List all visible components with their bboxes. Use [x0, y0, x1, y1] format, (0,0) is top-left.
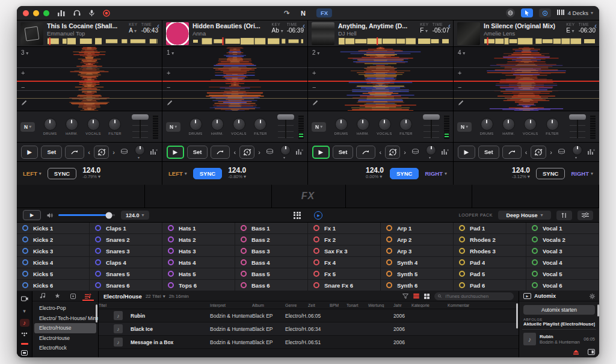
looper-pad[interactable]: Kicks 1	[17, 223, 90, 234]
eq-knob[interactable]	[357, 118, 369, 131]
waveform-display[interactable]: 1 ▾ + −	[162, 47, 307, 111]
looper-pad[interactable]: Hats 1	[162, 223, 235, 234]
sidebar-scrollbar[interactable]	[96, 304, 97, 322]
looper-pad[interactable]: Bass 6	[235, 280, 308, 291]
eq-knob[interactable]	[481, 118, 493, 131]
looper-pad[interactable]: Pad 1	[454, 223, 526, 234]
track-overview-waveform[interactable]	[47, 37, 158, 45]
output-side-selector[interactable]: RIGHT▾	[571, 170, 593, 177]
column-header[interactable]: BPM	[330, 303, 346, 307]
table-row[interactable]: ♪Message in a Box Bodzin & Huntemann Bla…	[99, 336, 519, 349]
sync-button[interactable]: SYNC	[48, 168, 76, 179]
deck-number-selector[interactable]: 2 ▾	[312, 50, 319, 56]
looper-pad[interactable]: Bass 4	[235, 257, 308, 268]
zoom-in-button[interactable]: +	[21, 70, 25, 76]
library-search[interactable]	[434, 292, 514, 300]
bend-button[interactable]	[502, 146, 522, 159]
volume-fader[interactable]	[568, 114, 587, 140]
zoom-out-button[interactable]: −	[312, 84, 316, 91]
deck-gain-knob[interactable]: ▾	[424, 145, 436, 159]
looper-pad[interactable]: Pad 4	[454, 257, 526, 268]
eq-knob[interactable]	[378, 118, 391, 131]
automix-source-selector[interactable]: Aktuelle Playlist (Electro/House)▾	[523, 321, 595, 327]
column-header[interactable]: Genre	[285, 303, 308, 307]
fader-handle[interactable]	[132, 114, 149, 120]
time-display[interactable]: TIME -06:30	[579, 22, 596, 37]
drum-pads-icon[interactable]	[558, 149, 565, 155]
looper-pad[interactable]: Synth 4	[381, 257, 454, 268]
eq-knob[interactable]	[524, 118, 537, 131]
minimize-window-button[interactable]	[33, 10, 39, 16]
playlist-item[interactable]: Electro-Pop	[32, 303, 98, 313]
cue-set-button[interactable]: Set	[333, 146, 354, 159]
fader-handle[interactable]	[569, 114, 586, 120]
eq-knob[interactable]	[108, 118, 121, 131]
looper-pad[interactable]: Snares 3	[90, 245, 162, 257]
itunes-source-icon[interactable]: ♪	[20, 319, 29, 327]
edit-grid-icon[interactable]	[312, 100, 318, 106]
fader-handle[interactable]	[423, 114, 440, 120]
loop-button[interactable]: 4	[94, 146, 109, 159]
gear-icon[interactable]	[590, 294, 595, 299]
loop-button[interactable]: 4	[385, 146, 400, 159]
bpm-display[interactable]: 124.0 0.00% ▾	[366, 167, 384, 180]
bpm-display[interactable]: 124.0 -3.12% ▾	[512, 167, 530, 180]
neural-mix-selector[interactable]: N▾	[312, 122, 326, 132]
playlist-item[interactable]: Electro/ Tech-House/ Minimal	[32, 313, 98, 324]
eq-knob[interactable]	[233, 118, 245, 131]
looper-pad[interactable]: Bass 2	[235, 234, 308, 245]
drum-pads-icon[interactable]	[266, 149, 274, 155]
looper-pad[interactable]: Rhodes 3	[454, 245, 526, 257]
deck-gain-knob[interactable]: ▾	[278, 145, 291, 159]
looper-pad[interactable]: Fx 1	[308, 223, 381, 234]
grid-view-button[interactable]	[424, 294, 430, 299]
cue-set-button[interactable]: Set	[187, 146, 208, 159]
looper-pad[interactable]: Arp 3	[381, 245, 454, 257]
key-display[interactable]: KEY E ▾	[566, 22, 575, 37]
column-header[interactable]: Jahr	[393, 303, 411, 307]
undo-icon[interactable]: ↷	[284, 10, 290, 17]
volume-fader[interactable]	[422, 114, 440, 140]
play-button[interactable]: ▶	[458, 146, 475, 159]
eq-knob[interactable]	[546, 118, 559, 131]
looper-pad[interactable]: Vocal 6	[526, 280, 599, 291]
looper-pad[interactable]: Arp 1	[381, 223, 454, 234]
sampler-icon[interactable]	[587, 149, 595, 155]
looper-pad[interactable]: Vocal 1	[526, 223, 599, 234]
waveform-display[interactable]: 4 ▾ + −	[454, 47, 599, 111]
looper-pad[interactable]: Hats 2	[162, 234, 235, 245]
collapse-chevron-icon[interactable]: ‹	[157, 22, 159, 30]
sampler-icon[interactable]	[441, 149, 449, 155]
bend-button[interactable]	[65, 146, 84, 159]
looper-pad[interactable]: Kicks 2	[17, 234, 90, 245]
precision-cursor-button[interactable]	[521, 8, 533, 17]
bpm-display[interactable]: 124.0 -0.80% ▾	[228, 167, 246, 180]
looper-pad[interactable]: Pad 5	[454, 268, 526, 280]
volume-slider-handle[interactable]	[106, 212, 112, 218]
loop-sync-play-icon[interactable]: ▶	[314, 211, 322, 220]
deck-number-selector[interactable]: 4 ▾	[458, 50, 465, 56]
looper-pad[interactable]: Bass 1	[235, 223, 308, 234]
output-side-selector[interactable]: LEFT▾	[23, 170, 42, 177]
looper-pad[interactable]: Bass 5	[235, 268, 308, 280]
track-overview-waveform[interactable]	[338, 37, 449, 45]
looper-bpm-selector[interactable]: 124.0▾	[121, 211, 149, 220]
volume-fader[interactable]	[277, 114, 295, 140]
globe-icon[interactable]	[506, 8, 515, 17]
track-overview-waveform[interactable]	[192, 37, 304, 45]
loop-double-button[interactable]: ›	[257, 149, 261, 156]
eq-knob[interactable]	[87, 118, 100, 131]
zoom-in-button[interactable]: +	[312, 70, 316, 76]
collapse-chevron-icon[interactable]: ‹	[303, 22, 305, 30]
playlist-item[interactable]: ElectroRock	[32, 343, 98, 353]
looper-pad[interactable]: Fx 5	[308, 268, 381, 280]
tab-songs-icon[interactable]	[35, 291, 50, 301]
edit-grid-icon[interactable]	[21, 100, 27, 106]
loop-double-button[interactable]: ›	[549, 149, 553, 156]
collapse-sources-icon[interactable]: ▾	[20, 307, 29, 315]
deck-number-selector[interactable]: 3 ▾	[21, 50, 28, 56]
deck-gain-knob[interactable]: ▾	[132, 145, 145, 159]
sliders-settings-button[interactable]	[578, 211, 593, 220]
column-header[interactable]: Kommentar	[448, 303, 519, 307]
key-display[interactable]: KEY Ab ▾	[272, 22, 283, 37]
